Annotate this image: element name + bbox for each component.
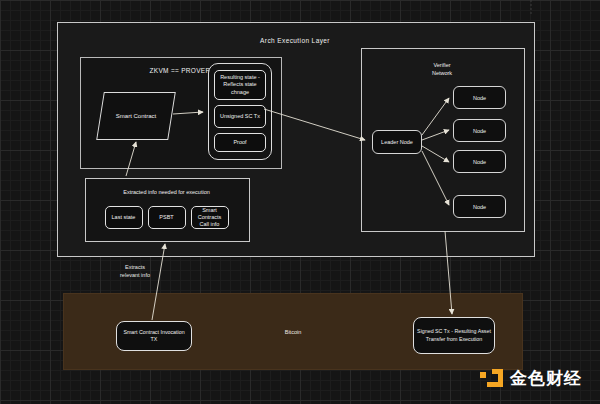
signed-sc-tx-node: Signed SC Tx - Resulting Asset Transfer … xyxy=(413,317,495,354)
extracted-info-items: Last state PSBT Smart Contracts Call inf… xyxy=(85,206,248,229)
last-state-node: Last state xyxy=(105,206,143,229)
arch-execution-layer-title: Arch Execution Layer xyxy=(57,37,533,44)
verifier-node-1: Node xyxy=(453,86,506,109)
verifier-network-title: Verifier Network xyxy=(361,62,523,77)
smart-contract-label: Smart Contract xyxy=(101,93,171,139)
proof-node: Proof xyxy=(214,133,266,152)
verifier-node-3: Node xyxy=(453,150,506,173)
resulting-state-node: Resulting state - Reflects state chnage xyxy=(214,70,266,100)
unsigned-sc-tx-node: Unsigned SC Tx xyxy=(214,105,266,128)
jinse-logo-icon xyxy=(480,368,504,389)
jinse-logo-text: 金色财经 xyxy=(510,370,582,387)
extracted-info-title: Extracted info needed for execution xyxy=(85,189,248,195)
extracts-relevant-info-note: Extracts relevant info xyxy=(120,263,150,280)
verifier-network-title-text: Verifier Network xyxy=(423,62,461,77)
psbt-node: PSBT xyxy=(148,206,186,229)
prover-outputs-group: Resulting state - Reflects state chnage … xyxy=(208,63,272,160)
verifier-node-4: Node xyxy=(453,195,506,218)
verifier-node-2: Node xyxy=(453,119,506,142)
diagram-canvas: Arch Execution Layer ZKVM == PROVER Smar… xyxy=(0,0,600,404)
leader-node: Leader Node xyxy=(372,130,422,154)
smart-contracts-call-info-node: Smart Contracts Call info xyxy=(191,206,229,229)
smart-contract-invocation-tx-node: Smart Contract Invocation TX xyxy=(116,321,192,351)
smart-contract-node: Smart Contract xyxy=(96,92,176,140)
jinse-finance-logo: 金色财经 xyxy=(480,368,582,389)
